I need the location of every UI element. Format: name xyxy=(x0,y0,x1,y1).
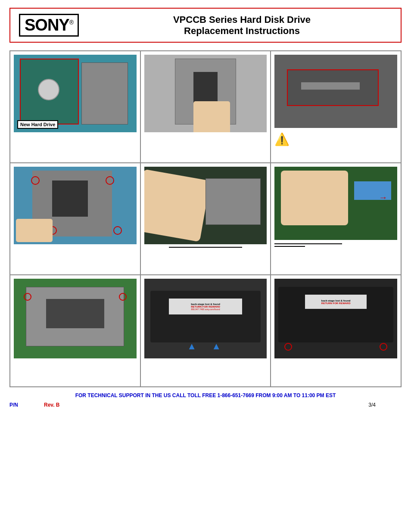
warning-icon: ⚠️ xyxy=(274,132,290,146)
hand4-image xyxy=(281,171,349,226)
blue-arrow-up-left: ▲ xyxy=(187,341,196,352)
footer-pn-bar: P/N Rev. B 3/4 xyxy=(9,402,402,408)
circle-marker-tr xyxy=(106,176,114,185)
reward-sticker2: back·stage lost & found RETURN FOR REWAR… xyxy=(305,295,366,309)
brand-reg: ® xyxy=(69,19,73,26)
cell-r1c1: New Hard Drive xyxy=(10,51,140,163)
cell-r2c1 xyxy=(10,163,140,275)
header-title: VPCCB Series Hard Disk Drive Replacement… xyxy=(92,14,392,37)
image-r1c1: New Hard Drive xyxy=(14,55,137,132)
drive2-image xyxy=(206,178,261,225)
cell-r2c3: → xyxy=(271,163,401,275)
image-r3c2: back·stage lost & found RETURN FOR REWAR… xyxy=(144,279,267,358)
footer-support-text: FOR TECHNICAL SUPPORT IN THE US CALL TOL… xyxy=(9,392,402,398)
image-r3c1 xyxy=(14,279,137,358)
pn-label: P/N xyxy=(9,402,18,408)
cell-r3c3: back·stage lost & found RETURN FOR REWAR… xyxy=(271,275,401,387)
image-r2c3: → xyxy=(274,167,397,240)
cell-r3c1 xyxy=(10,275,140,387)
screw-circle-br-r3c3 xyxy=(380,343,387,351)
instruction-grid: New Hard Drive ⚠️ xyxy=(9,50,402,387)
cell-r2c2 xyxy=(140,163,271,275)
cell-r3c2: back·stage lost & found RETURN FOR REWAR… xyxy=(140,275,271,387)
underline-r2c3-1 xyxy=(274,243,342,244)
hand2-image xyxy=(16,219,53,242)
hdd-drive-highlight xyxy=(20,59,79,124)
connector-bar xyxy=(301,82,360,89)
screw-circle-bl-r3c3 xyxy=(284,343,292,351)
title-line2: Replacement Instructions xyxy=(92,25,392,37)
image-r1c3 xyxy=(274,55,397,128)
rev-label: Rev. B xyxy=(44,402,59,408)
hdd-bracket xyxy=(81,62,128,124)
image-r2c2 xyxy=(144,167,267,244)
sony-logo: SONY® xyxy=(19,14,79,37)
new-hard-drive-label: New Hard Drive xyxy=(17,120,58,129)
brand-name: SONY xyxy=(25,16,69,34)
underline-r2c2 xyxy=(169,247,243,248)
circle-marker-tl xyxy=(31,176,40,185)
red-arrow-icon: → xyxy=(379,193,387,202)
blue-arrow-up-right: ▲ xyxy=(212,341,221,352)
underline-r2c3-2 xyxy=(274,246,305,247)
hand3-image xyxy=(144,169,211,242)
dark-pad3 xyxy=(46,299,104,328)
hdd-platter xyxy=(38,79,59,100)
page-number: 3/4 xyxy=(368,402,376,408)
image-r1c2 xyxy=(144,55,267,132)
screw-circle-tr xyxy=(119,293,127,301)
circle-marker-br xyxy=(113,226,122,235)
header-box: SONY® VPCCB Series Hard Disk Drive Repla… xyxy=(9,8,402,43)
image-r3c3: back·stage lost & found RETURN FOR REWAR… xyxy=(274,279,397,358)
dark-pad2 xyxy=(52,180,88,217)
title-line1: VPCCB Series Hard Disk Drive xyxy=(92,14,392,25)
connector-area-highlight xyxy=(287,69,379,106)
hand-image xyxy=(193,101,230,132)
cell-r1c2 xyxy=(140,51,271,163)
image-r2c1 xyxy=(14,167,137,244)
bracket3-image xyxy=(26,287,124,347)
cell-r1c3: ⚠️ xyxy=(271,51,401,163)
reward-sticker: back·stage lost & found RETURN FOR REWAR… xyxy=(169,299,243,314)
screw-circle-tl xyxy=(24,293,31,301)
